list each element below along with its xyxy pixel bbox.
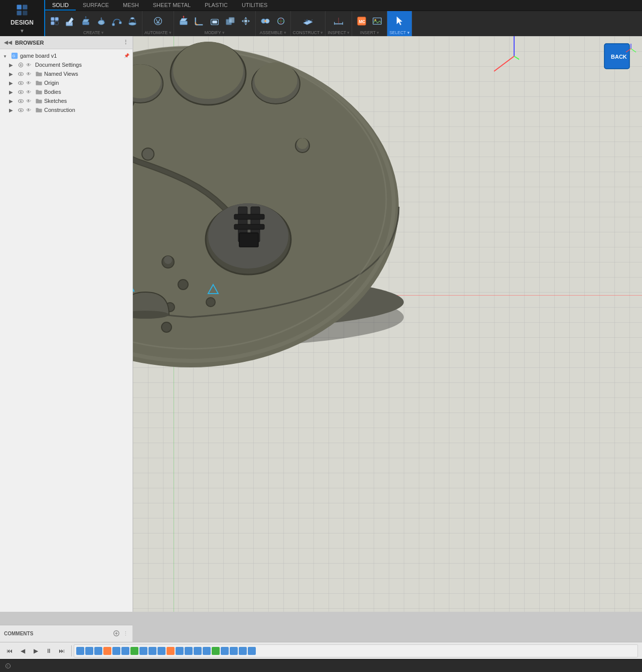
tree-item-document-settings[interactable]: ▶ Document Settings bbox=[0, 60, 132, 69]
svg-rect-1 bbox=[23, 5, 27, 9]
timeline-feature-18[interactable] bbox=[230, 647, 238, 655]
tree-item-construction[interactable]: ▶ Construction bbox=[0, 105, 132, 114]
timeline-feature-13[interactable] bbox=[185, 647, 193, 655]
tab-surface[interactable]: SURFACE bbox=[76, 0, 116, 11]
timeline-feature-17[interactable] bbox=[221, 647, 229, 655]
browser-collapse-button[interactable]: ◀◀ bbox=[4, 40, 12, 45]
bodies-eye bbox=[26, 89, 31, 95]
svg-rect-6 bbox=[51, 21, 54, 24]
tab-sheet-metal[interactable]: SHEET METAL bbox=[146, 0, 198, 11]
root-pin-icon: 📌 bbox=[124, 53, 129, 58]
viewport[interactable]: BACK bbox=[133, 36, 642, 612]
select-button[interactable] bbox=[392, 12, 407, 30]
joint-button[interactable] bbox=[258, 12, 273, 30]
svg-rect-28 bbox=[212, 21, 217, 24]
status-notification-icon[interactable]: ! bbox=[5, 663, 11, 669]
tree-item-named-views[interactable]: ▶ Named Views bbox=[0, 69, 132, 78]
timeline-feature-16[interactable] bbox=[212, 647, 220, 655]
timeline-feature-12[interactable] bbox=[176, 647, 184, 655]
svg-point-18 bbox=[129, 22, 136, 25]
root-icon: G bbox=[11, 52, 18, 59]
origin-folder-icon bbox=[35, 79, 42, 86]
playback-prev-button[interactable]: ◀ bbox=[17, 645, 28, 656]
offset-plane-button[interactable] bbox=[300, 12, 315, 30]
insert-mcmaster-button[interactable]: MC bbox=[354, 12, 369, 30]
bodies-folder-icon bbox=[35, 88, 42, 95]
doc-settings-gear-icon bbox=[17, 61, 24, 68]
create-sketch-button[interactable] bbox=[63, 12, 78, 30]
select-icon bbox=[394, 15, 406, 27]
svg-rect-10 bbox=[83, 22, 89, 25]
svg-rect-35 bbox=[244, 20, 247, 23]
timeline-feature-6[interactable] bbox=[121, 647, 129, 655]
loft-button[interactable] bbox=[125, 12, 140, 30]
insert-image-button[interactable] bbox=[370, 12, 385, 30]
timeline-feature-8[interactable] bbox=[139, 647, 147, 655]
timeline-feature-10[interactable] bbox=[157, 647, 166, 655]
svg-point-19 bbox=[130, 17, 134, 19]
create-group-label: CREATE ▾ bbox=[83, 30, 104, 36]
design-icon bbox=[15, 3, 29, 17]
timeline-feature-19[interactable] bbox=[239, 647, 247, 655]
status-bar: ! bbox=[0, 659, 642, 672]
timeline-feature-7[interactable] bbox=[130, 647, 138, 655]
measure-button[interactable] bbox=[331, 12, 346, 30]
view-cube[interactable]: BACK bbox=[602, 41, 637, 76]
playback-play-button[interactable]: ▶ bbox=[30, 645, 41, 656]
svg-point-38 bbox=[264, 20, 266, 22]
tree-item-sketches[interactable]: ▶ Sketches bbox=[0, 96, 132, 105]
shell-button[interactable] bbox=[207, 12, 222, 30]
fillet-button[interactable] bbox=[192, 12, 207, 30]
svg-rect-87 bbox=[234, 224, 264, 229]
browser-menu-button[interactable]: ⋮ bbox=[123, 39, 128, 46]
timeline-feature-14[interactable] bbox=[194, 647, 202, 655]
comments-add-icon[interactable] bbox=[113, 630, 120, 638]
measure-icon bbox=[333, 16, 344, 27]
svg-point-99 bbox=[206, 298, 215, 307]
tree-root-item[interactable]: G game board v1 📌 bbox=[0, 51, 132, 60]
tree-item-origin[interactable]: ▶ Origin bbox=[0, 78, 132, 87]
playback-first-button[interactable]: ⏮ bbox=[4, 645, 15, 656]
svg-point-63 bbox=[20, 100, 21, 101]
inspect-group-label: INSPECT ▾ bbox=[328, 30, 350, 36]
timeline-feature-3[interactable] bbox=[94, 647, 102, 655]
sweep-button[interactable] bbox=[109, 12, 124, 30]
timeline-feature-4[interactable] bbox=[103, 647, 111, 655]
tab-plastic[interactable]: PLASTIC bbox=[198, 0, 235, 11]
design-button[interactable]: DESIGN ▼ bbox=[0, 0, 45, 36]
timeline-feature-9[interactable] bbox=[148, 647, 156, 655]
svg-rect-0 bbox=[17, 5, 22, 9]
tab-solid[interactable]: SOLID bbox=[45, 0, 76, 11]
playback-last-button[interactable]: ⏭ bbox=[56, 645, 67, 656]
timeline-feature-20[interactable] bbox=[248, 647, 256, 655]
timeline-feature-11[interactable] bbox=[167, 647, 175, 655]
tab-utilities[interactable]: UTILITIES bbox=[235, 0, 274, 11]
playback-pause-button[interactable]: ⏸ bbox=[43, 645, 54, 656]
joint-origin-icon bbox=[275, 16, 286, 27]
timeline-feature-2[interactable] bbox=[85, 647, 93, 655]
comments-drag-handle[interactable]: ⋮ bbox=[123, 630, 128, 637]
timeline-feature-15[interactable] bbox=[203, 647, 211, 655]
insert-image-icon bbox=[372, 16, 383, 27]
tree-item-bodies[interactable]: ▶ Bodies bbox=[0, 87, 132, 96]
timeline-feature-5[interactable] bbox=[112, 647, 120, 655]
extrude-button[interactable] bbox=[78, 12, 93, 30]
svg-rect-24 bbox=[180, 21, 187, 25]
automate-button[interactable] bbox=[150, 12, 166, 30]
new-component-button[interactable] bbox=[47, 12, 62, 30]
construction-eye-icon bbox=[17, 106, 24, 113]
revolve-button[interactable] bbox=[94, 12, 109, 30]
combine-button[interactable] bbox=[223, 12, 238, 30]
toolbar-group-construct: CONSTRUCT ▾ bbox=[291, 11, 326, 36]
svg-marker-26 bbox=[183, 16, 185, 17]
joint-origin-button[interactable] bbox=[273, 12, 288, 30]
timeline-feature-1[interactable] bbox=[76, 647, 84, 655]
sketches-eye bbox=[26, 98, 31, 104]
svg-line-123 bbox=[494, 56, 514, 71]
svg-marker-12 bbox=[85, 16, 87, 17]
press-pull-button[interactable] bbox=[176, 12, 191, 30]
move-button[interactable] bbox=[238, 12, 253, 30]
tab-mesh[interactable]: MESH bbox=[116, 0, 146, 11]
automate-group-label: AUTOMATE ▾ bbox=[144, 30, 172, 36]
game-board-3d bbox=[133, 36, 519, 458]
